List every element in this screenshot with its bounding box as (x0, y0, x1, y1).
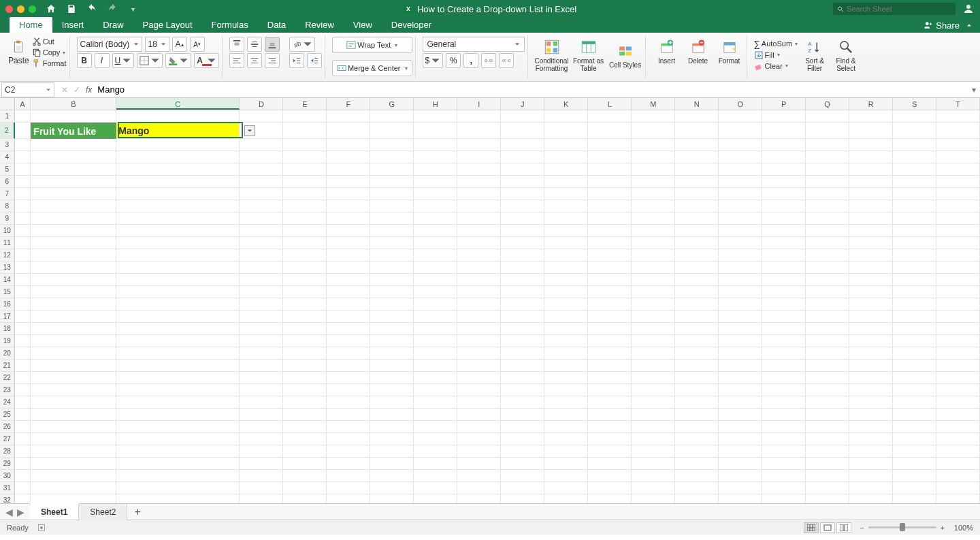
maximize-window-button[interactable] (29, 5, 36, 13)
column-header-D[interactable]: D (240, 98, 283, 110)
cell-A26[interactable] (15, 421, 31, 433)
cell-H14[interactable] (414, 274, 457, 286)
cell-Q24[interactable] (806, 396, 849, 409)
row-header-2[interactable]: 2 (0, 123, 15, 139)
cell-B24[interactable] (31, 396, 116, 409)
cell-F1[interactable] (327, 110, 370, 123)
cell-B21[interactable] (31, 360, 116, 372)
cell-K14[interactable] (544, 274, 588, 286)
cell-Q3[interactable] (806, 139, 849, 151)
cell-P12[interactable] (762, 249, 806, 261)
cell-B32[interactable] (31, 494, 116, 503)
cell-Q6[interactable] (806, 176, 849, 188)
cell-K13[interactable] (544, 261, 588, 274)
cell-O14[interactable] (719, 274, 762, 286)
column-header-E[interactable]: E (283, 98, 327, 110)
cell-A16[interactable] (15, 298, 31, 311)
cell-J7[interactable] (501, 188, 544, 200)
cell-H28[interactable] (414, 445, 457, 458)
cell-G26[interactable] (370, 421, 414, 433)
cell-M20[interactable] (632, 347, 675, 360)
cell-O26[interactable] (719, 421, 762, 433)
cell-D27[interactable] (240, 433, 283, 445)
cell-O25[interactable] (719, 409, 762, 421)
cell-N30[interactable] (675, 470, 719, 482)
row-header-5[interactable]: 5 (0, 163, 15, 176)
cell-D6[interactable] (240, 176, 283, 188)
cell-R1[interactable] (849, 110, 893, 123)
cell-K26[interactable] (544, 421, 588, 433)
cell-D24[interactable] (240, 396, 283, 409)
cell-T21[interactable] (936, 360, 980, 372)
cell-N26[interactable] (675, 421, 719, 433)
row-header-14[interactable]: 14 (0, 274, 15, 286)
cell-R9[interactable] (849, 212, 893, 225)
cell-N3[interactable] (675, 139, 719, 151)
cell-A25[interactable] (15, 409, 31, 421)
cell-B28[interactable] (31, 445, 116, 458)
cell-T19[interactable] (936, 335, 980, 347)
cell-B6[interactable] (31, 176, 116, 188)
cell-R32[interactable] (849, 494, 893, 503)
cell-N17[interactable] (675, 311, 719, 323)
cell-K1[interactable] (544, 110, 588, 123)
cell-Q29[interactable] (806, 458, 849, 470)
row-header-17[interactable]: 17 (0, 311, 15, 323)
cell-M3[interactable] (632, 139, 675, 151)
cell-T20[interactable] (936, 347, 980, 360)
data-validation-dropdown-button[interactable] (244, 125, 255, 136)
row-header-6[interactable]: 6 (0, 176, 15, 188)
cell-J9[interactable] (501, 212, 544, 225)
cell-A15[interactable] (15, 286, 31, 298)
cell-G3[interactable] (370, 139, 414, 151)
cell-P21[interactable] (762, 360, 806, 372)
cell-A22[interactable] (15, 372, 31, 384)
cell-I31[interactable] (457, 482, 501, 494)
font-size-select[interactable]: 18 (145, 37, 169, 52)
redo-icon[interactable] (107, 3, 118, 14)
cell-L17[interactable] (588, 311, 632, 323)
cell-C26[interactable] (116, 421, 240, 433)
cell-L9[interactable] (588, 212, 632, 225)
cell-A4[interactable] (15, 151, 31, 163)
row-header-22[interactable]: 22 (0, 372, 15, 384)
cell-O19[interactable] (719, 335, 762, 347)
insert-cells-button[interactable]: Insert (653, 37, 681, 65)
cell-S17[interactable] (893, 311, 936, 323)
cell-P22[interactable] (762, 372, 806, 384)
cell-E19[interactable] (283, 335, 327, 347)
cell-B1[interactable] (31, 110, 116, 123)
cell-E5[interactable] (283, 163, 327, 176)
cell-E31[interactable] (283, 482, 327, 494)
cell-O5[interactable] (719, 163, 762, 176)
row-header-4[interactable]: 4 (0, 151, 15, 163)
cell-S26[interactable] (893, 421, 936, 433)
search-input[interactable] (847, 5, 951, 13)
cell-B17[interactable] (31, 311, 116, 323)
cell-K28[interactable] (544, 445, 588, 458)
zoom-percent[interactable]: 100% (949, 524, 973, 532)
row-header-20[interactable]: 20 (0, 347, 15, 360)
cell-S18[interactable] (893, 323, 936, 335)
clear-button[interactable]: Clear▾ (754, 61, 798, 71)
row-header-31[interactable]: 31 (0, 482, 15, 494)
cell-styles-button[interactable]: Cell Styles (608, 41, 642, 69)
conditional-formatting-button[interactable]: Conditional Formatting (535, 37, 569, 72)
cell-B15[interactable] (31, 286, 116, 298)
cell-T26[interactable] (936, 421, 980, 433)
cell-B31[interactable] (31, 482, 116, 494)
cell-B27[interactable] (31, 433, 116, 445)
cell-I5[interactable] (457, 163, 501, 176)
cell-I10[interactable] (457, 225, 501, 237)
cell-O9[interactable] (719, 212, 762, 225)
cell-I25[interactable] (457, 409, 501, 421)
cell-M7[interactable] (632, 188, 675, 200)
cell-Q7[interactable] (806, 188, 849, 200)
cell-A2[interactable] (15, 123, 31, 139)
cell-O3[interactable] (719, 139, 762, 151)
cell-T5[interactable] (936, 163, 980, 176)
cell-C9[interactable] (116, 212, 240, 225)
cell-B11[interactable] (31, 237, 116, 249)
cell-T30[interactable] (936, 470, 980, 482)
cell-G24[interactable] (370, 396, 414, 409)
